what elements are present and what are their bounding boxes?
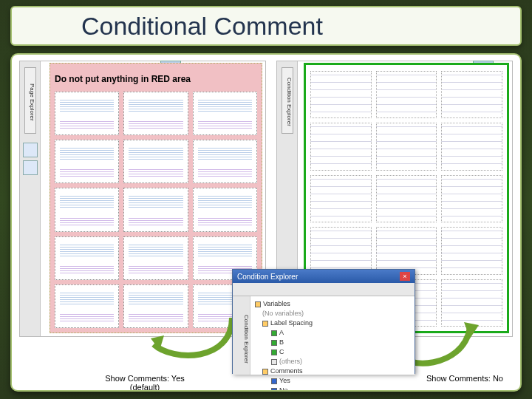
caption-left: Show Comments: Yes (default) (100, 374, 189, 392)
item-icon (271, 388, 277, 392)
tree-item: A (255, 328, 410, 338)
caption-right: Show Comments: No (417, 374, 513, 383)
tree-item-others: (others) (255, 357, 410, 366)
tree-node-labelspacing: Label Spacing (255, 318, 410, 328)
left-sidebar: Page Explorer (20, 61, 41, 336)
sidebar-tool-icon[interactable] (23, 160, 38, 175)
window-titlebar[interactable]: Condition Explorer × (233, 270, 415, 283)
label-cell (310, 123, 372, 170)
folder-icon (262, 321, 268, 327)
slide-root: Conditional Comment Page Explorer Do not… (0, 0, 532, 399)
label-cell (441, 175, 502, 222)
tree-node-novars: (No variables) (255, 309, 410, 318)
label-cell (123, 188, 188, 231)
side-tab-condition-explorer[interactable]: Condition Explorer (282, 67, 293, 134)
folder-icon (262, 369, 268, 375)
label-cell (310, 71, 372, 118)
item-icon (271, 349, 277, 355)
label-cell (123, 140, 188, 183)
item-icon (271, 359, 277, 365)
label-cell (123, 92, 188, 135)
label-cell (376, 123, 437, 170)
title-band: Conditional Comment (10, 6, 522, 46)
tree-item: C (255, 347, 410, 357)
content-frame: Page Explorer Do not put anything in RED… (10, 53, 522, 392)
label-cell (441, 123, 502, 170)
tree-node-comments: Comments (255, 366, 410, 376)
window-side-tab[interactable]: Condition Explorer (233, 296, 250, 375)
label-cell (441, 227, 502, 274)
tree-item: No (255, 386, 410, 392)
item-icon (271, 340, 277, 346)
label-cell (55, 92, 119, 135)
caption-line: Show Comments: No (426, 374, 503, 383)
caption-line: Show Comments: Yes (105, 374, 185, 383)
label-cell (55, 284, 119, 328)
label-grid-left (55, 92, 257, 328)
label-cell (193, 92, 257, 135)
item-icon (271, 378, 277, 384)
window-title-text: Condition Explorer (237, 273, 298, 281)
label-cell (55, 140, 119, 183)
label-cell (193, 188, 257, 231)
close-icon[interactable]: × (400, 272, 410, 281)
label-cell (123, 236, 188, 280)
label-cell (55, 188, 119, 231)
condition-explorer-window: Condition Explorer × Condition Explorer … (232, 269, 415, 374)
label-cell (376, 175, 437, 222)
warning-text: Do not put anything in RED area (55, 74, 191, 84)
label-cell (376, 71, 437, 118)
label-cell (441, 71, 502, 118)
sidebar-tool-icon[interactable] (23, 143, 38, 157)
window-body: Condition Explorer Variables (No variabl… (233, 296, 415, 375)
tree-node-variables: Variables (255, 299, 410, 309)
label-cell (310, 175, 372, 222)
label-cell (55, 236, 119, 280)
label-cell (376, 227, 437, 274)
tree-item: Yes (255, 376, 410, 386)
caption-line: (default) (100, 383, 189, 392)
side-tab-page-explorer[interactable]: Page Explorer (24, 67, 36, 134)
label-cell (310, 227, 372, 274)
tree-item: B (255, 338, 410, 347)
variables-tree[interactable]: Variables (No variables) Label Spacing A… (250, 296, 415, 375)
folder-icon (255, 301, 261, 307)
label-cell (193, 140, 257, 183)
window-toolbar[interactable] (233, 283, 415, 296)
left-screenshot: Page Explorer Do not put anything in RED… (19, 61, 266, 337)
red-comment-area: Do not put anything in RED area (50, 63, 262, 333)
slide-title: Conditional Comment (81, 12, 323, 41)
item-icon (271, 330, 277, 336)
